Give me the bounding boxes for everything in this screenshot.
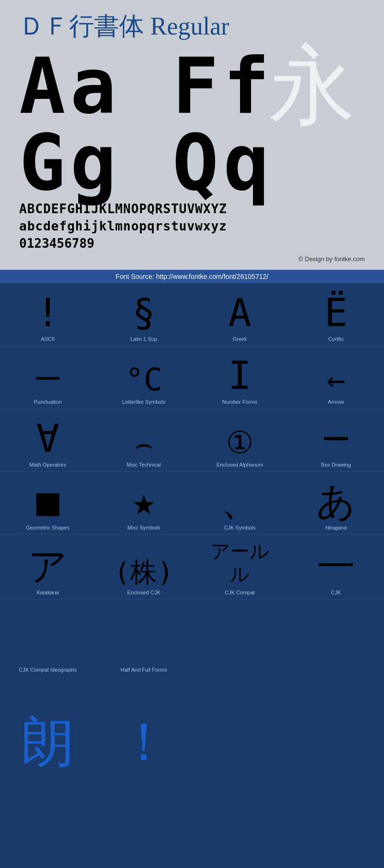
grid-cell-latin1sup: § Latin 1 Sup bbox=[96, 283, 192, 346]
grid-cell-half-full: Half And Full Forms bbox=[96, 600, 192, 676]
symbol-hiragana: あ bbox=[316, 482, 356, 521]
symbol-greek: Α bbox=[228, 294, 251, 332]
grid-cell-numberforms: I Number Forms bbox=[192, 346, 288, 409]
bottom-cell-kanji: 朗 bbox=[0, 676, 96, 772]
label-boxdrawing: Box Drawing bbox=[321, 462, 351, 468]
label-enclosed: Enclosed Alphanum bbox=[216, 462, 263, 468]
symbol-misc-tech: ⌢ bbox=[134, 429, 153, 458]
grid-row-2: — Punctuation °C Letterlike Symbols I Nu… bbox=[0, 346, 384, 409]
label-enclosed-cjk: Enclosed CJK bbox=[127, 590, 160, 595]
grid-row-1: ! ASCII § Latin 1 Sup Α Greek Ё Cyrillic bbox=[0, 283, 384, 346]
grid-row-4: ■ Geometric Shapes ★ Misc Symbols 、 CJK … bbox=[0, 472, 384, 534]
big-exclaim: ！ bbox=[118, 716, 170, 769]
large-letters-gq: Gg Qq bbox=[19, 125, 275, 202]
grid-cell-cjk: 一 CJK bbox=[288, 535, 384, 599]
label-katakana: Katakana bbox=[36, 590, 59, 595]
grid-row-3: ∀ Math Operators ⌢ Misc Technical ① Encl… bbox=[0, 409, 384, 471]
symbol-cyrillic: Ё bbox=[324, 294, 348, 332]
label-numberforms: Number Forms bbox=[222, 399, 257, 405]
label-cyrillic: Cyrillic bbox=[328, 336, 344, 342]
symbol-cjk-compat: アールル bbox=[211, 540, 269, 586]
grid-cell-misc-sym: ★ Misc Symbols bbox=[96, 472, 192, 534]
symbol-math: ∀ bbox=[36, 420, 59, 458]
grid-cell-katakana: ア Katakana bbox=[0, 535, 96, 599]
symbol-cjk: 一 bbox=[317, 547, 355, 586]
symbol-numberforms: I bbox=[228, 357, 251, 395]
grid-cell-arrows: ← Arrows bbox=[288, 346, 384, 409]
grid-cell-cjk-compat: アールル CJK Compat bbox=[192, 535, 288, 599]
label-half-full: Half And Full Forms bbox=[120, 667, 167, 673]
label-greek: Greek bbox=[233, 336, 247, 342]
big-kanji: 朗 bbox=[22, 716, 74, 769]
grid-cell-cyrillic: Ё Cyrillic bbox=[288, 283, 384, 346]
label-arrows: Arrows bbox=[328, 399, 344, 405]
label-letterlike: Letterlike Symbols bbox=[122, 399, 166, 405]
grid-cell-misc-tech: ⌢ Misc Technical bbox=[96, 409, 192, 471]
label-geometric: Geometric Shapes bbox=[26, 525, 70, 530]
grid-cell-cjk-compat-ideo: CJK Compat Ideographs bbox=[0, 600, 96, 676]
large-letters-af: Aa Ff bbox=[19, 48, 275, 125]
label-latin1sup: Latin 1 Sup bbox=[131, 336, 157, 342]
grid-cell-ascii: ! ASCII bbox=[0, 283, 96, 346]
label-ascii: ASCII bbox=[41, 336, 55, 342]
alphabet-lower: abcdefghijklmnopqrstuvwxyz bbox=[19, 219, 365, 233]
label-cjk-compat-ideo: CJK Compat Ideographs bbox=[19, 667, 76, 673]
grid-row-5: ア Katakana (株) Enclosed CJK アールル CJK Com… bbox=[0, 535, 384, 599]
symbol-letterlike: °C bbox=[125, 364, 162, 395]
grid-cell-punctuation: — Punctuation bbox=[0, 346, 96, 409]
symbol-punctuation: — bbox=[36, 357, 59, 395]
grid-cell-boxdrawing: ─ Box Drawing bbox=[288, 409, 384, 471]
label-cjk-compat: CJK Compat bbox=[225, 590, 254, 595]
grid-cell-hiragana: あ Hiragana bbox=[288, 472, 384, 534]
label-math: Math Operators bbox=[29, 462, 66, 468]
label-cjk-sym: CJK Symbols bbox=[224, 525, 255, 530]
bottom-cell-exclaim: ！ bbox=[96, 676, 192, 772]
design-credit: © Design by fontke.com bbox=[19, 255, 365, 263]
grid-cell-enclosed: ① Enclosed Alphanum bbox=[192, 409, 288, 471]
label-misc-tech: Misc Technical bbox=[127, 462, 161, 468]
grid-cell-empty-1 bbox=[192, 600, 288, 676]
bottom-cell-empty-1 bbox=[192, 676, 288, 772]
large-letters: Aa Ff Gg Qq bbox=[19, 48, 275, 202]
symbol-cjk-sym: 、 bbox=[221, 482, 259, 521]
symbol-misc-sym: ★ bbox=[132, 482, 155, 521]
label-hiragana: Hiragana bbox=[325, 525, 347, 530]
header-section: ＤＦ行書体 Regular Aa Ff Gg Qq 永 ABCDEFGHIJKL… bbox=[0, 0, 384, 270]
bottom-cell-empty-2 bbox=[288, 676, 384, 772]
symbol-enclosed: ① bbox=[226, 427, 253, 458]
grid-cell-greek: Α Greek bbox=[192, 283, 288, 346]
grid-cell-empty-2 bbox=[288, 600, 384, 676]
symbol-boxdrawing: ─ bbox=[324, 420, 348, 458]
large-letters-container: Aa Ff Gg Qq 永 bbox=[19, 48, 365, 202]
kanji-watermark: 永 bbox=[269, 43, 355, 130]
grid-cell-enclosed-cjk: (株) Enclosed CJK bbox=[96, 535, 192, 599]
symbol-katakana: ア bbox=[28, 547, 68, 586]
grid-cell-cjk-sym: 、 CJK Symbols bbox=[192, 472, 288, 534]
symbol-geometric: ■ bbox=[36, 482, 59, 521]
numbers-row: 0123456789 bbox=[19, 236, 365, 251]
bottom-section: 朗 ！ bbox=[0, 676, 384, 772]
font-source: Font Source: http://www.fontke.com/font/… bbox=[0, 270, 384, 283]
label-misc-sym: Misc Symbols bbox=[128, 525, 160, 530]
grid-section: ! ASCII § Latin 1 Sup Α Greek Ё Cyrillic… bbox=[0, 283, 384, 676]
symbol-latin1sup: § bbox=[132, 294, 155, 332]
grid-row-6: CJK Compat Ideographs Half And Full Form… bbox=[0, 600, 384, 676]
grid-cell-math: ∀ Math Operators bbox=[0, 409, 96, 471]
symbol-enclosed-cjk: (株) bbox=[114, 559, 173, 586]
symbol-ascii: ! bbox=[36, 294, 59, 332]
label-cjk: CJK bbox=[331, 590, 341, 595]
grid-cell-geometric: ■ Geometric Shapes bbox=[0, 472, 96, 534]
label-punctuation: Punctuation bbox=[34, 399, 61, 405]
grid-cell-letterlike: °C Letterlike Symbols bbox=[96, 346, 192, 409]
symbol-arrows: ← bbox=[327, 364, 346, 395]
